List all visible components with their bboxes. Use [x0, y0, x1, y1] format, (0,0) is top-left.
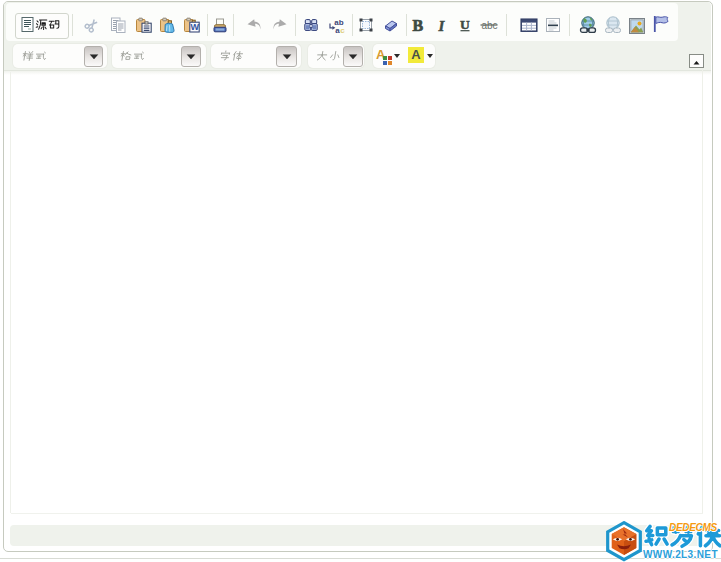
- svg-text:B: B: [413, 17, 424, 33]
- svg-text:c: c: [340, 26, 345, 34]
- svg-text:I: I: [438, 18, 446, 33]
- svg-text:U: U: [460, 17, 470, 32]
- svg-text:W: W: [191, 22, 200, 32]
